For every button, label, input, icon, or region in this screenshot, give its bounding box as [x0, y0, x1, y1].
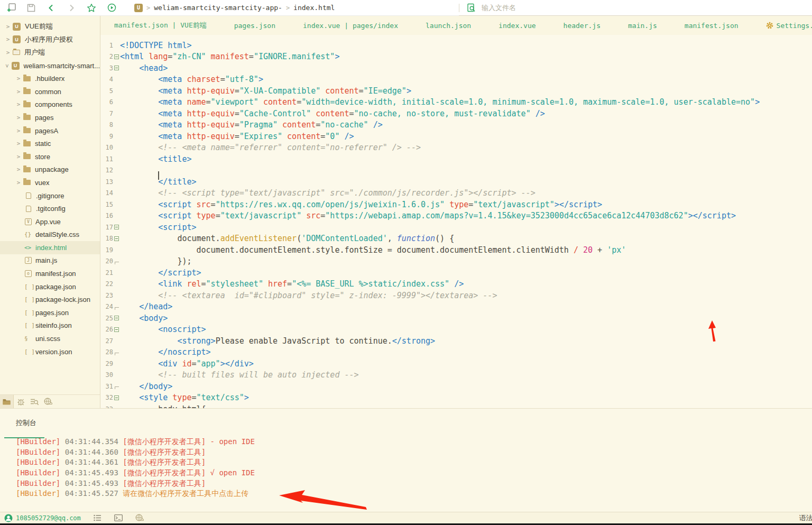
chevron-right-icon[interactable]: >	[14, 75, 23, 82]
tab-index-vue-pages-index[interactable]: index.vue | pages/index	[289, 16, 412, 35]
chevron-right-icon[interactable]: >	[3, 23, 13, 30]
sidebar-folder-components[interactable]: >components	[0, 98, 100, 112]
sidebar-file-index-html[interactable]: <>index.html	[0, 241, 100, 254]
sidebar-folder-pagesa[interactable]: >pagesA	[0, 124, 100, 137]
code-line-4[interactable]: 4 <meta charset="utf-8">	[100, 74, 812, 86]
outline-list-icon[interactable]	[94, 514, 102, 521]
tab-index-vue[interactable]: index.vue	[485, 16, 549, 35]
tab-launch-json[interactable]: launch.json	[412, 16, 485, 35]
code-line-22[interactable]: 22 <link rel="stylesheet" href="<%= BASE…	[100, 279, 812, 290]
code-line-33[interactable]: 33 body,html{	[100, 403, 812, 408]
sidebar-project-vue前端[interactable]: >UVUE前端	[0, 20, 100, 33]
code-line-28[interactable]: 28 </noscript>	[100, 347, 812, 358]
code-line-26[interactable]: 26 <noscript>	[100, 324, 812, 336]
sidebar-file-package-json[interactable]: [ ]package.json	[0, 280, 100, 293]
sidebar-file-siteinfo-json[interactable]: [ ]siteinfo.json	[0, 319, 100, 333]
code-line-12[interactable]: 12	[100, 165, 812, 177]
search-input[interactable]	[482, 4, 767, 12]
network-panel-icon[interactable]	[41, 395, 55, 408]
code-line-32[interactable]: 32 <style type="text/css">	[100, 392, 812, 404]
tab-manifest-json[interactable]: manifest.json	[671, 16, 752, 35]
sidebar-file-package-lock-json[interactable]: [ ]package-lock.json	[0, 293, 100, 306]
fold-open-icon[interactable]	[113, 316, 120, 320]
code-line-18[interactable]: 18 document.addEventListener('DOMContent…	[100, 233, 812, 245]
files-panel-icon[interactable]	[0, 395, 14, 408]
sidebar-folder-store[interactable]: >store	[0, 150, 100, 163]
code-line-24[interactable]: 24 </head>	[100, 301, 812, 313]
fold-open-icon[interactable]	[113, 327, 120, 332]
search-file-icon[interactable]	[467, 3, 476, 13]
forward-icon[interactable]	[67, 3, 76, 13]
tab-manifest-json-vue前端[interactable]: manifest.json | VUE前端	[100, 16, 220, 35]
chevron-right-icon[interactable]: >	[14, 114, 23, 121]
code-line-10[interactable]: 10 <!-- <meta name="referrer" content="n…	[100, 142, 812, 154]
fold-end-icon[interactable]	[113, 349, 120, 355]
code-line-14[interactable]: 14 <!-- <script type="text/javascript" s…	[100, 188, 812, 199]
code-line-20[interactable]: 20 });	[100, 256, 812, 268]
sidebar-file-manifest-json[interactable]: omanifest.json	[0, 267, 100, 280]
chevron-right-icon[interactable]: >	[3, 49, 13, 56]
chevron-down-icon[interactable]: >	[4, 61, 11, 70]
code-line-16[interactable]: 16 <script type="text/javascript" src="h…	[100, 210, 812, 222]
sidebar-folder-static[interactable]: >static	[0, 137, 100, 150]
fold-open-icon[interactable]	[113, 395, 120, 400]
code-line-23[interactable]: 23 <!-- <textarea id="#clipboard" style=…	[100, 290, 812, 301]
sidebar-file-tgitconfig[interactable]: .tgitconfig	[0, 202, 100, 215]
code-line-2[interactable]: 2<html lang="zh-CN" manifest="IGNORE.man…	[100, 51, 812, 63]
save-icon[interactable]	[26, 3, 36, 13]
sidebar-project-小程序用户授权[interactable]: >U小程序用户授权	[0, 33, 100, 47]
chevron-right-icon[interactable]: >	[14, 101, 23, 108]
code-editor[interactable]: 1<!DOCTYPE html>2<html lang="zh-CN" mani…	[100, 35, 812, 408]
sidebar-file-uni-scss[interactable]: §uni.scss	[0, 332, 100, 345]
code-line-11[interactable]: 11 <title>	[100, 153, 812, 165]
fold-end-icon[interactable]	[113, 304, 120, 310]
back-icon[interactable]	[47, 3, 56, 13]
sidebar-folder-vuex[interactable]: >vuex	[0, 176, 100, 189]
fold-end-icon[interactable]	[113, 383, 120, 389]
code-line-19[interactable]: 19 document.documentElement.style.fontSi…	[100, 244, 812, 256]
search-panel-icon[interactable]	[27, 395, 41, 408]
sidebar-folder-common[interactable]: >common	[0, 85, 100, 98]
fold-open-icon[interactable]	[113, 236, 120, 241]
code-line-9[interactable]: 9 <meta http-equiv="Expires" content="0"…	[100, 131, 812, 142]
code-line-7[interactable]: 7 <meta http-equiv="Cache-Control" conte…	[100, 108, 812, 119]
chevron-right-icon[interactable]: >	[14, 166, 23, 173]
fold-open-icon[interactable]	[113, 66, 120, 70]
bookmark-star-icon[interactable]	[87, 3, 96, 13]
code-line-25[interactable]: 25 <body>	[100, 312, 812, 324]
chevron-right-icon[interactable]: >	[14, 88, 23, 95]
fold-end-icon[interactable]	[113, 259, 120, 264]
code-line-30[interactable]: 30 <!-- built files will be auto injecte…	[100, 370, 812, 381]
new-file-icon[interactable]	[6, 3, 16, 13]
sidebar-folder-hbuilderx[interactable]: >.hbuilderx	[0, 72, 100, 85]
code-line-15[interactable]: 15 <script src="https://res.wx.qq.com/op…	[100, 199, 812, 210]
chevron-right-icon[interactable]: >	[14, 127, 23, 134]
tab-pages-json[interactable]: pages.json	[220, 16, 289, 35]
sidebar-file-version-json[interactable]: [ ]version.json	[0, 345, 100, 358]
debug-panel-icon[interactable]	[14, 395, 27, 408]
fold-open-icon[interactable]	[113, 225, 120, 229]
sidebar-file-app-vue[interactable]: VApp.vue	[0, 215, 100, 228]
code-line-3[interactable]: 3 <head>	[100, 62, 812, 74]
sidebar-file-main-js[interactable]: Jmain.js	[0, 254, 100, 268]
sidebar-file-pages-json[interactable]: [ ]pages.json	[0, 306, 100, 319]
tab-settings-json[interactable]: Settings.json	[752, 16, 812, 35]
code-line-1[interactable]: 1<!DOCTYPE html>	[100, 40, 812, 51]
syntax-status[interactable]: 语法:	[799, 513, 812, 523]
user-account-icon[interactable]	[4, 514, 13, 522]
console-tab[interactable]: 控制台	[0, 409, 812, 428]
code-line-13[interactable]: 13 </title>	[100, 176, 812, 188]
chevron-right-icon[interactable]: >	[14, 140, 23, 147]
code-line-5[interactable]: 5 <meta http-equiv="X-UA-Compatible" con…	[100, 85, 812, 97]
code-line-17[interactable]: 17 <script>	[100, 222, 812, 233]
sidebar-folder-unpackage[interactable]: >unpackage	[0, 163, 100, 177]
account-email[interactable]: 1085052729@qq.com	[16, 514, 81, 522]
sidebar-project-用户端[interactable]: >用户端	[0, 46, 100, 59]
tab-header-js[interactable]: header.js	[550, 16, 614, 35]
code-line-6[interactable]: 6 <meta name="viewport" content="width=d…	[100, 97, 812, 108]
tab-main-js[interactable]: main.js	[614, 16, 671, 35]
code-line-21[interactable]: 21 </script>	[100, 267, 812, 279]
breadcrumb-file[interactable]: index.html	[293, 4, 335, 12]
chevron-right-icon[interactable]: >	[3, 36, 13, 43]
network-status-icon[interactable]	[135, 514, 144, 522]
